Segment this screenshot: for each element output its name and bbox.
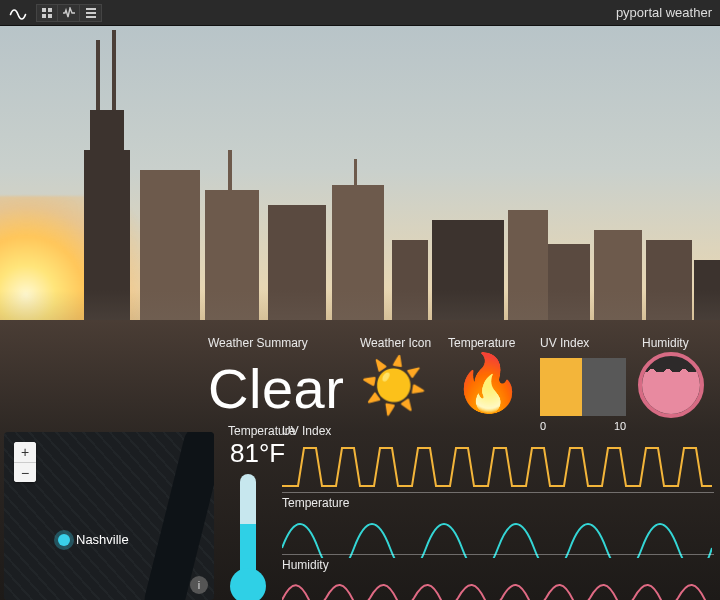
map-marker[interactable]: Nashville bbox=[58, 532, 129, 547]
grid-icon bbox=[41, 7, 53, 19]
label-temperature: Temperature bbox=[448, 336, 515, 350]
map-zoom-controls: + − bbox=[14, 442, 36, 482]
uv-index-gauge bbox=[540, 358, 626, 416]
svg-rect-3 bbox=[48, 14, 52, 18]
svg-rect-4 bbox=[86, 8, 96, 10]
divider bbox=[282, 492, 714, 493]
thermometer-gauge bbox=[230, 474, 266, 600]
dashboard-stage: Weather Summary Weather Icon Temperature… bbox=[0, 26, 720, 600]
svg-rect-2 bbox=[42, 14, 46, 18]
map-info-button[interactable]: i bbox=[190, 576, 208, 594]
map-widget[interactable]: + − Nashville i bbox=[4, 432, 214, 600]
list-view-button[interactable] bbox=[80, 4, 102, 22]
view-toggle-group bbox=[36, 4, 102, 22]
topbar: pyportal weather bbox=[0, 0, 720, 26]
temperature-icon: 🔥 bbox=[453, 350, 523, 416]
wave-logo-icon bbox=[9, 4, 27, 22]
divider bbox=[282, 554, 714, 555]
list-icon bbox=[85, 7, 97, 19]
svg-rect-5 bbox=[86, 12, 96, 14]
topbar-left bbox=[8, 3, 102, 23]
map-city-label: Nashville bbox=[76, 532, 129, 547]
temperature-value: 81°F bbox=[230, 438, 285, 469]
weather-summary-value: Clear bbox=[208, 356, 344, 421]
feed-title: pyportal weather bbox=[616, 5, 712, 20]
label-weather-icon: Weather Icon bbox=[360, 336, 431, 350]
pulse-view-button[interactable] bbox=[58, 4, 80, 22]
map-zoom-out-button[interactable]: − bbox=[14, 462, 36, 482]
chart-temperature: Temperature bbox=[282, 496, 714, 562]
svg-rect-0 bbox=[42, 8, 46, 12]
humidity-gauge bbox=[638, 352, 704, 418]
weather-icon: ☀️ bbox=[360, 354, 427, 417]
grid-view-button[interactable] bbox=[36, 4, 58, 22]
chart-humidity: Humidity bbox=[282, 558, 714, 600]
label-uv-index: UV Index bbox=[540, 336, 589, 350]
chart-uv-label: UV Index bbox=[282, 424, 714, 438]
chart-temp-label: Temperature bbox=[282, 496, 714, 510]
pulse-icon bbox=[62, 7, 76, 19]
brand-logo[interactable] bbox=[8, 3, 28, 23]
svg-rect-1 bbox=[48, 8, 52, 12]
svg-rect-6 bbox=[86, 16, 96, 18]
chart-uv-index: UV Index bbox=[282, 424, 714, 496]
map-zoom-in-button[interactable]: + bbox=[14, 442, 36, 462]
label-humidity: Humidity bbox=[642, 336, 689, 350]
chart-hum-label: Humidity bbox=[282, 558, 714, 572]
map-pin-icon bbox=[58, 534, 70, 546]
label-weather-summary: Weather Summary bbox=[208, 336, 308, 350]
